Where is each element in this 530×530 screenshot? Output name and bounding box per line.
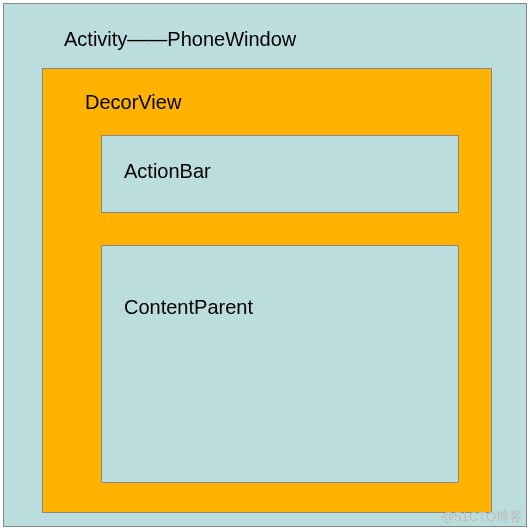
- decor-view-label: DecorView: [85, 91, 181, 114]
- content-parent-label: ContentParent: [124, 296, 253, 319]
- activity-phonewindow-container: Activity——PhoneWindow DecorView ActionBa…: [3, 3, 527, 527]
- action-bar-label: ActionBar: [124, 160, 211, 183]
- content-parent-container: ContentParent: [101, 245, 459, 483]
- watermark-text: @51CTO博客: [441, 508, 522, 526]
- decor-view-container: DecorView ActionBar ContentParent: [42, 68, 492, 513]
- activity-phonewindow-label: Activity——PhoneWindow: [64, 28, 296, 51]
- action-bar-container: ActionBar: [101, 135, 459, 213]
